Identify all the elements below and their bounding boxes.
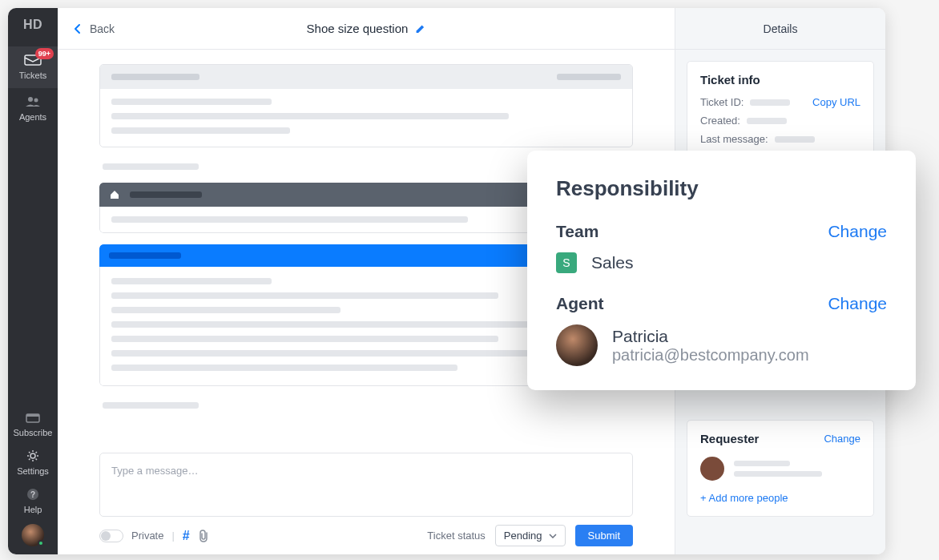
tickets-badge: 99+ <box>35 48 54 59</box>
rail-item-subscribe[interactable]: Subscribe <box>8 405 58 444</box>
agent-name: Patricia <box>612 327 809 346</box>
message-input-placeholder: Type a message… <box>111 465 198 477</box>
ticket-status-select[interactable]: Pending <box>495 525 566 546</box>
requester-avatar <box>700 457 724 481</box>
responsibility-title: Responsibility <box>556 176 887 201</box>
home-icon <box>109 189 120 200</box>
team-section: Team Change S Sales <box>556 222 887 273</box>
rail-item-help[interactable]: ? Help <box>8 482 58 521</box>
ticket-status-label: Ticket status <box>427 530 485 542</box>
agent-email: patricia@bestcompany.com <box>612 346 809 365</box>
composer-footer: Private | # Ticket status Pending Submit <box>99 525 633 546</box>
app-logo: HD <box>23 18 42 32</box>
requester-title: Requester <box>700 432 759 445</box>
private-toggle[interactable] <box>99 530 123 542</box>
help-icon: ? <box>23 487 42 502</box>
composer-zone: Type a message… Private | # Ticket statu… <box>58 453 675 554</box>
separator: | <box>171 530 174 542</box>
team-label: Team <box>556 222 598 241</box>
message-input[interactable]: Type a message… <box>99 453 633 517</box>
rail-bottom: Subscribe Settings ? Help <box>8 405 58 546</box>
ticket-title-text: Shoe size question <box>307 22 409 35</box>
nav-rail: HD 99+ Tickets Agents Subscribe <box>8 8 58 554</box>
back-label: Back <box>90 22 115 35</box>
requester-row <box>700 457 860 481</box>
rail-item-agents[interactable]: Agents <box>8 88 58 130</box>
details-header: Details <box>675 8 885 50</box>
last-message-label: Last message: <box>700 133 768 145</box>
timestamp-placeholder <box>103 402 199 409</box>
timestamp-placeholder <box>103 163 199 170</box>
svg-rect-4 <box>26 414 39 417</box>
copy-url-link[interactable]: Copy URL <box>812 96 860 108</box>
arrow-left-icon <box>72 23 83 34</box>
tickets-icon: 99+ <box>23 53 42 67</box>
ticket-id-label: Ticket ID: <box>700 96 744 108</box>
status-dot-online <box>38 540 44 546</box>
edit-icon[interactable] <box>414 23 425 34</box>
subscribe-icon <box>23 410 42 425</box>
responsibility-panel: Responsibility Team Change S Sales Agent… <box>527 151 916 390</box>
attachment-icon[interactable] <box>198 530 209 542</box>
team-name: Sales <box>591 253 634 272</box>
hashtag-button[interactable]: # <box>183 529 190 543</box>
page-header: Back Shoe size question <box>58 8 675 50</box>
created-label: Created: <box>700 115 740 127</box>
submit-button[interactable]: Submit <box>575 525 633 546</box>
add-more-people-link[interactable]: + Add more people <box>700 492 788 504</box>
requester-change-link[interactable]: Change <box>824 433 860 445</box>
agent-label: Agent <box>556 294 604 313</box>
settings-icon <box>23 449 42 463</box>
ticket-info-title: Ticket info <box>700 73 860 87</box>
rail-item-label: Tickets <box>19 71 46 80</box>
back-button[interactable]: Back <box>72 22 115 35</box>
svg-text:?: ? <box>30 490 35 499</box>
rail-item-label: Settings <box>17 466 49 476</box>
rail-item-label: Subscribe <box>14 428 53 437</box>
svg-point-2 <box>34 99 38 103</box>
agents-icon <box>23 95 42 109</box>
team-badge: S <box>556 252 577 273</box>
requester-card: Requester Change + Add more people <box>687 420 874 517</box>
user-avatar[interactable] <box>22 524 44 546</box>
message-card <box>99 64 633 147</box>
rail-item-label: Help <box>24 505 42 514</box>
agent-change-link[interactable]: Change <box>828 294 887 313</box>
agent-avatar <box>556 324 598 366</box>
svg-point-1 <box>28 97 33 102</box>
agent-section: Agent Change Patricia patricia@bestcompa… <box>556 294 887 366</box>
team-change-link[interactable]: Change <box>828 222 887 241</box>
ticket-title: Shoe size question <box>307 22 426 35</box>
ticket-info-card: Ticket info Ticket ID: Copy URL Created:… <box>687 61 874 163</box>
ticket-status-value: Pending <box>504 530 542 542</box>
rail-item-label: Agents <box>19 112 46 122</box>
private-label: Private <box>131 530 163 542</box>
chevron-down-icon <box>549 534 557 538</box>
svg-point-5 <box>30 453 35 458</box>
message-card-head <box>100 65 632 89</box>
rail-item-tickets[interactable]: 99+ Tickets <box>8 46 58 88</box>
rail-item-settings[interactable]: Settings <box>8 444 58 482</box>
